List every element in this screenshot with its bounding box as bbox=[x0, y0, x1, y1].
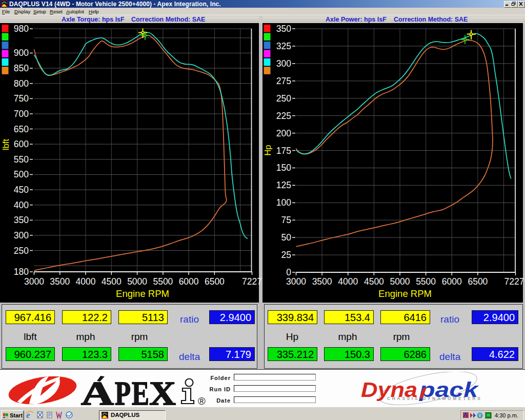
svg-text:800: 800 bbox=[14, 78, 29, 89]
svg-text:175: 175 bbox=[276, 146, 291, 156]
svg-text:350: 350 bbox=[14, 215, 29, 225]
svg-text:6000: 6000 bbox=[442, 276, 462, 287]
svg-text:750: 750 bbox=[14, 93, 29, 104]
svg-text:E: E bbox=[132, 374, 149, 406]
svg-text:CHASSIS DYNAMOMETERS: CHASSIS DYNAMOMETERS bbox=[387, 396, 482, 401]
svg-text:50: 50 bbox=[281, 232, 292, 243]
svg-text:5000: 5000 bbox=[127, 276, 147, 287]
svg-text:980: 980 bbox=[14, 24, 29, 34]
svg-text:225: 225 bbox=[276, 111, 291, 121]
svg-text:900: 900 bbox=[14, 48, 29, 58]
svg-text:700: 700 bbox=[14, 109, 29, 119]
svg-text:4500: 4500 bbox=[102, 276, 122, 287]
svg-text:3000: 3000 bbox=[286, 276, 306, 287]
svg-text:850: 850 bbox=[14, 63, 29, 73]
svg-text:100: 100 bbox=[276, 197, 291, 208]
svg-text:P: P bbox=[115, 374, 131, 406]
svg-text:Hp: Hp bbox=[263, 145, 272, 155]
svg-text:250: 250 bbox=[14, 246, 29, 256]
svg-text:4000: 4000 bbox=[76, 276, 96, 287]
svg-text:7227: 7227 bbox=[242, 276, 262, 287]
svg-text:650: 650 bbox=[14, 124, 29, 134]
svg-text:325: 325 bbox=[276, 41, 291, 51]
svg-text:400: 400 bbox=[14, 200, 29, 210]
svg-text:Engine RPM: Engine RPM bbox=[378, 288, 432, 299]
svg-text:A: A bbox=[81, 374, 114, 406]
svg-text:350: 350 bbox=[276, 24, 291, 34]
svg-text:6500: 6500 bbox=[205, 276, 225, 287]
svg-text:450: 450 bbox=[14, 185, 29, 195]
svg-text:300: 300 bbox=[14, 230, 29, 241]
svg-text:600: 600 bbox=[14, 139, 29, 149]
svg-text:25: 25 bbox=[281, 250, 291, 260]
svg-text:X: X bbox=[149, 374, 176, 406]
svg-text:275: 275 bbox=[276, 76, 291, 86]
svg-text:125: 125 bbox=[276, 180, 291, 190]
svg-text:200: 200 bbox=[276, 128, 291, 138]
svg-text:3000: 3000 bbox=[24, 276, 44, 287]
svg-text:150: 150 bbox=[276, 163, 291, 173]
svg-text:4500: 4500 bbox=[364, 276, 384, 287]
svg-text:6000: 6000 bbox=[179, 276, 199, 287]
svg-text:500: 500 bbox=[14, 169, 29, 179]
svg-text:250: 250 bbox=[276, 93, 291, 104]
svg-text:Engine RPM: Engine RPM bbox=[116, 288, 169, 299]
svg-text:75: 75 bbox=[281, 215, 291, 225]
svg-text:®: ® bbox=[198, 395, 206, 406]
svg-text:550: 550 bbox=[14, 154, 29, 165]
svg-text:4000: 4000 bbox=[338, 276, 358, 287]
svg-text:5500: 5500 bbox=[416, 276, 436, 287]
svg-text:lbft: lbft bbox=[1, 139, 10, 150]
svg-text:6500: 6500 bbox=[468, 276, 488, 287]
svg-text:7227: 7227 bbox=[504, 276, 524, 287]
svg-text:5000: 5000 bbox=[390, 276, 410, 287]
svg-text:3500: 3500 bbox=[50, 276, 70, 287]
svg-text:300: 300 bbox=[276, 58, 291, 69]
svg-text:5500: 5500 bbox=[153, 276, 173, 287]
svg-text:180: 180 bbox=[14, 267, 29, 277]
svg-text:3500: 3500 bbox=[312, 276, 332, 287]
